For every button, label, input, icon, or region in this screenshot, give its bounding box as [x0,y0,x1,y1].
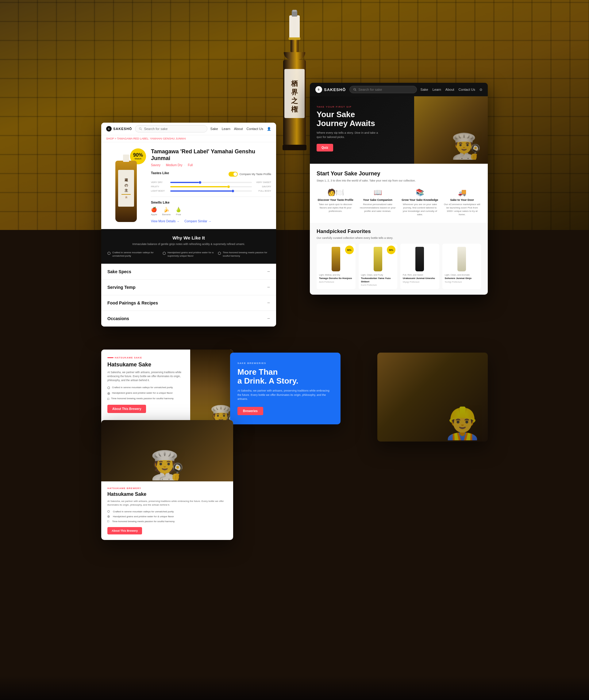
accordion-food-chevron: − [267,300,270,306]
homepage-logo-text: SAKESHŌ [324,87,346,92]
hp-nav-learn[interactable]: Learn [432,88,441,92]
why-section: Why We Like It Immaculate balance of gen… [101,229,276,264]
accordion-sake-specs[interactable]: Sake Specs − [101,264,276,280]
svg-text:権: 権 [291,105,298,113]
photo-right-panel [377,353,488,441]
favorites-title: Handpicked Favorites [317,229,481,235]
breweries-button[interactable]: Breweries [237,407,263,415]
brewery-lower-cta[interactable]: About This Brewery [108,527,142,535]
bl-text-2: Time-honored brewing meets passion for s… [112,520,175,523]
pd-nav-learn[interactable]: Learn [222,127,230,131]
compare-link[interactable]: Compare Similar → [184,220,211,223]
brewery-lower-points: ⬡ Crafted in serene mountain valleys for… [108,510,227,523]
homepage-favorites: Handpicked Favorites Our carefully curat… [310,223,488,295]
hp-nav-sake[interactable]: Sake [421,88,428,92]
toggle-switch[interactable] [228,172,238,177]
smell-banana: 🍌 Banana [162,207,171,216]
fav-card-3[interactable]: Light, Clean, and Aromatic Sohomre Junma… [442,244,481,289]
hp-nav-icon[interactable]: ⊙ [479,88,482,92]
smells-like-label: Smells Like [151,201,271,204]
product-tags: Savory Medium Dry Full [151,163,271,167]
brewery-point-text-0: Crafted in serene mountain valleys for u… [112,386,173,389]
pd-nav-contact[interactable]: Contact Us [247,127,263,131]
blue-panel-text: SAKE BREWERIES More Thana Drink. A Story… [230,353,341,424]
brewery-point-icon-0: ⬡ [108,386,110,389]
bar-track-dry [170,182,252,183]
pd-nav-sake[interactable]: Sake [210,127,218,131]
fav-region-3: Tochigi Prefecture [445,281,479,283]
product-search-input[interactable] [144,127,203,130]
step-taste-title: Discover Your Taste Profile [317,199,355,202]
accordion-food-label: Food Pairings & Recipes [108,301,158,305]
accordion-serving-temp[interactable]: Serving Temp − [101,280,276,295]
brewery-text: HATSUKAME SAKE Hatsukame Sake At Sakesha… [101,350,190,429]
product-tag-savory: Savory [151,163,161,167]
why-text-1: Handpicked grains and pristine water for… [168,251,215,258]
bl-icon-2: □ [108,520,109,523]
smell-pear: 🍐 Pear [176,207,182,216]
fav-card-0[interactable]: 90% Light, Mellow, and Dry Tamago Densho… [317,244,356,289]
brewery-main: HATSUKAME SAKE Hatsukame Sake At Sakesha… [101,350,233,429]
bar-label-verysweet: VERY SWEET [254,181,271,184]
fav-card-1[interactable]: 90% Light, Clean, and Fruity Tsukasabota… [359,244,398,289]
fav-name-1: Tsukasabotan Yama Yuzu Shibori [361,277,395,283]
step-knowledge-icon: 📚 [401,189,439,197]
pd-nav-about[interactable]: About [234,127,243,131]
homepage-journey-subtitle: Steps 1, 2, 3 to dive into the world of … [317,179,481,183]
accordion-occasions[interactable]: Occasions − [101,311,276,327]
product-panel: S SAKESHŌ Sake Learn About Contact Us 👤 … [101,123,276,327]
product-accordion: Sake Specs − Serving Temp − Food Pairing… [101,264,276,327]
step-companion-desc: Receive personalized sake recommendation… [359,203,397,213]
fav-tag-3: Light, Clean, and Aromatic [445,274,479,276]
fav-bottle-2 [415,247,424,271]
view-more-link[interactable]: View More Details → [151,220,179,223]
brewery-lower-overline: HATSUKAME BREWERY [108,487,227,490]
brewery-lower-desc: At Sakesha, we partner with artisans, pr… [108,499,227,507]
step-delivery: 🚚 Sake to Your Door Our eCommerce market… [443,189,481,217]
bar-label-fruity: FRUITY [151,185,168,188]
product-toggle-row: Tastes Like Compare My Taste Profile [151,171,271,177]
fav-name-2: Urakasumi Junmai Umeshu [403,277,437,280]
why-point-1: ⬡ Handpicked grains and pristine water f… [163,251,215,258]
svg-text:之: 之 [291,97,298,104]
fav-card-2[interactable]: Full, Rich, and Sweet Urakasumi Junmai U… [400,244,439,289]
fav-region-1: Kochi Prefecture [361,284,395,286]
quiz-button[interactable]: Quiz [317,144,333,151]
hp-nav-contact[interactable]: Contact Us [459,88,475,92]
svg-rect-8 [289,37,300,40]
homepage-search-input[interactable] [358,88,413,91]
fav-region-0: Aichi Prefecture [319,281,353,283]
homepage-navbar: S SAKESHŌ Sake Learn About Contact Us ⊙ [310,83,488,96]
accordion-sake-specs-label: Sake Specs [108,269,131,274]
product-breadcrumb: SHOP > TAMAGAWA RED LABEL: YAMAHAI GENSH… [101,135,276,142]
svg-rect-5 [296,16,296,39]
product-tag-full: Full [184,163,193,167]
fav-bottle-3 [457,247,466,271]
homepage-hero-subtitle: Where every sip tells a story. Dive in a… [317,130,378,139]
bar-label-fullbody: FULL BODY [254,190,271,192]
favorites-subtitle: Our carefully curated collection where e… [317,237,481,240]
brewery-overline: HATSUKAME SAKE [108,356,184,359]
homepage-search[interactable] [349,86,417,93]
brewery-lower-content: HATSUKAME BREWERY Hatsukame Sake At Sake… [101,481,233,540]
fav-name-3: Sohomre Junmai Ginjo [445,277,479,280]
svg-point-21 [139,127,141,129]
svg-rect-16 [282,145,307,150]
why-title: Why We Like It [108,235,270,240]
why-point-0: ⬡ Crafted in serene mountain valleys for… [108,251,160,258]
product-search[interactable] [135,125,207,132]
step-taste-icon: 🧑‍🍽️ [317,189,355,197]
hp-nav-about[interactable]: About [445,88,454,92]
bl-icon-0: ⬡ [108,510,110,513]
accordion-food-pairings[interactable]: Food Pairings & Recipes − [101,295,276,311]
product-nav-links: Sake Learn About Contact Us 👤 [210,127,271,131]
about-brewery-button[interactable]: About This Brewery [108,405,146,413]
bottom-gradient [0,675,589,700]
compare-toggle[interactable]: Compare My Taste Profile [228,172,271,177]
favorites-grid: 90% Light, Mellow, and Dry Tamago Densho… [317,244,481,289]
apple-icon: 🍎 [151,207,157,213]
product-bottle-wrap: 90%Match 蔵 の 主 酒 [106,148,146,223]
svg-rect-2 [292,16,292,39]
bl-text-1: Handpicked grains and pristine water for… [113,515,174,518]
pd-nav-user[interactable]: 👤 [267,127,271,131]
